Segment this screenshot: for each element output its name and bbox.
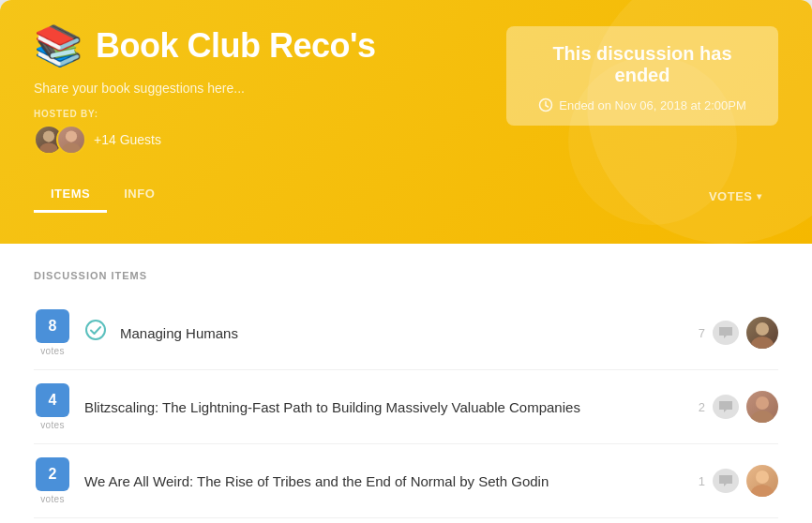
comment-count-1: 7 xyxy=(699,326,705,340)
svg-point-2 xyxy=(66,130,77,142)
svg-point-10 xyxy=(756,471,769,484)
list-item: 4 votes Blitzscaling: The Lightning-Fast… xyxy=(34,370,778,444)
nav-tabs: ITEMS INFO VOTES ▾ xyxy=(34,177,778,213)
vote-badge-3: 2 votes xyxy=(34,457,71,504)
avatar-2 xyxy=(56,125,86,155)
svg-point-7 xyxy=(751,336,774,349)
vote-number-1: 8 xyxy=(36,309,69,343)
avatar-stack xyxy=(34,125,86,155)
tab-items[interactable]: ITEMS xyxy=(34,177,107,213)
item-right-1: 7 xyxy=(699,317,778,349)
vote-label-2: votes xyxy=(40,420,64,430)
vote-label-3: votes xyxy=(40,494,64,504)
tab-votes[interactable]: VOTES ▾ xyxy=(692,180,778,213)
subtitle-text: Share your book suggestions here... xyxy=(34,81,506,96)
item-title-3: We Are All Weird: The Rise of Tribes and… xyxy=(84,473,685,489)
item-right-2: 2 xyxy=(699,391,778,423)
check-icon xyxy=(84,319,107,347)
item-right-3: 1 xyxy=(699,465,778,497)
svg-point-3 xyxy=(62,143,80,154)
guests-count: +14 Guests xyxy=(94,132,161,147)
ended-timestamp-text: Ended on Nov 06, 2018 at 2:00PM xyxy=(559,98,745,112)
list-item: 8 votes Managing Humans 7 xyxy=(34,296,778,370)
title-row: 📚 Book Club Reco's xyxy=(34,26,506,66)
content-section: DISCUSSION ITEMS 8 votes Managing Humans… xyxy=(0,244,812,523)
item-title-1: Managing Humans xyxy=(120,325,685,341)
comment-count-2: 2 xyxy=(699,400,705,414)
hosted-by-label: HOSTED BY: xyxy=(34,109,506,119)
guests-row: +14 Guests xyxy=(34,125,506,155)
user-avatar-3 xyxy=(746,465,778,497)
book-emoji-icon: 📚 xyxy=(34,26,83,66)
votes-tab-label: VOTES xyxy=(709,189,753,203)
vote-number-3: 2 xyxy=(36,457,69,491)
comment-bubble-1 xyxy=(713,321,739,345)
comment-bubble-3 xyxy=(713,469,739,493)
ended-box: This discussion has ended Ended on Nov 0… xyxy=(506,26,778,126)
vote-badge-1: 8 votes xyxy=(34,309,71,356)
svg-point-11 xyxy=(751,485,774,497)
ended-timestamp: Ended on Nov 06, 2018 at 2:00PM xyxy=(533,97,752,112)
ended-text: This discussion has ended xyxy=(533,43,752,86)
app-container: 📚 Book Club Reco's Share your book sugge… xyxy=(0,0,812,523)
header-section: 📚 Book Club Reco's Share your book sugge… xyxy=(0,0,812,244)
group-title: Book Club Reco's xyxy=(96,26,376,66)
discussion-list: 8 votes Managing Humans 7 xyxy=(34,296,778,518)
section-label: DISCUSSION ITEMS xyxy=(34,270,778,281)
clock-icon xyxy=(538,97,553,112)
svg-point-5 xyxy=(86,321,105,339)
svg-point-8 xyxy=(756,396,769,410)
vote-number-2: 4 xyxy=(36,383,69,417)
user-avatar-1 xyxy=(746,317,778,349)
comment-bubble-2 xyxy=(713,395,739,419)
svg-point-6 xyxy=(756,322,769,336)
chevron-down-icon: ▾ xyxy=(757,191,762,202)
comment-count-3: 1 xyxy=(699,474,705,488)
vote-label-1: votes xyxy=(40,346,64,356)
item-title-2: Blitzscaling: The Lightning-Fast Path to… xyxy=(84,399,685,415)
user-avatar-2 xyxy=(746,391,778,423)
nav-left: ITEMS INFO xyxy=(34,177,172,213)
tab-info[interactable]: INFO xyxy=(107,177,172,213)
svg-point-1 xyxy=(39,143,57,154)
list-item: 2 votes We Are All Weird: The Rise of Tr… xyxy=(34,444,778,518)
header-left: 📚 Book Club Reco's Share your book sugge… xyxy=(34,26,506,155)
vote-badge-2: 4 votes xyxy=(34,383,71,430)
svg-point-0 xyxy=(43,130,54,142)
svg-point-9 xyxy=(751,411,774,423)
